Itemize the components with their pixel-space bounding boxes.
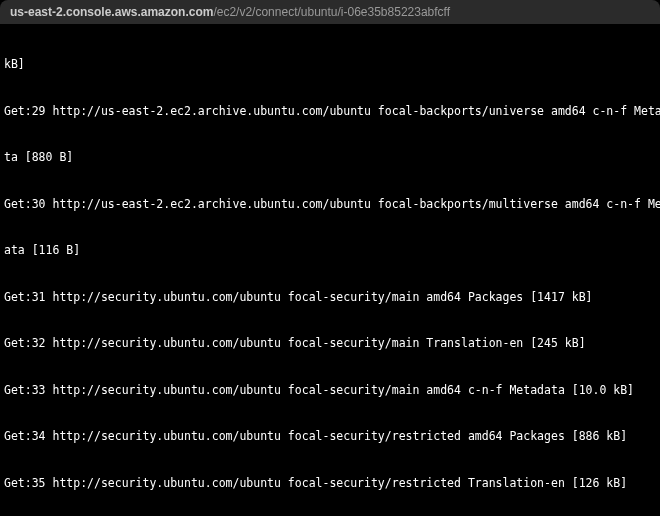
terminal-line: ta [880 B] [4, 150, 656, 166]
titlebar-path: /ec2/v2/connect/ubuntu/i-06e35b85223abfc… [213, 4, 450, 20]
window-titlebar: us-east-2.console.aws.amazon.com/ec2/v2/… [0, 0, 660, 24]
terminal-line: Get:34 http://security.ubuntu.com/ubuntu… [4, 429, 656, 445]
terminal-line: Get:30 http://us-east-2.ec2.archive.ubun… [4, 197, 656, 213]
terminal-line: Get:35 http://security.ubuntu.com/ubuntu… [4, 476, 656, 492]
terminal-output[interactable]: kB] Get:29 http://us-east-2.ec2.archive.… [0, 24, 660, 516]
terminal-line: Get:33 http://security.ubuntu.com/ubuntu… [4, 383, 656, 399]
terminal-line: Get:29 http://us-east-2.ec2.archive.ubun… [4, 104, 656, 120]
terminal-line: kB] [4, 57, 656, 73]
titlebar-host: us-east-2.console.aws.amazon.com [10, 4, 213, 20]
terminal-line: ata [116 B] [4, 243, 656, 259]
terminal-line: Get:32 http://security.ubuntu.com/ubuntu… [4, 336, 656, 352]
terminal-line: Get:31 http://security.ubuntu.com/ubuntu… [4, 290, 656, 306]
